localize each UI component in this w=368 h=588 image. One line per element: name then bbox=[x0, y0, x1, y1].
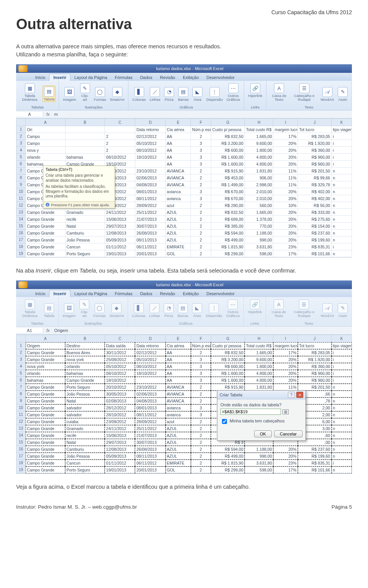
table-row[interactable]: 6bahamasCampo Grande18/10/2012AA3R$ 1.60… bbox=[16, 377, 352, 384]
ribbon-tabs: Início Inserir Layout da Página Fórmulas… bbox=[16, 73, 352, 81]
tab-exibicao[interactable]: Exibição bbox=[179, 290, 203, 297]
ribbon-caption: Texto bbox=[305, 104, 314, 109]
table-row[interactable]: 2Campo GrandeBuenos Aires30/11/201202/12… bbox=[16, 349, 352, 356]
scatter-chart-button[interactable]: ⋮Dispersão bbox=[205, 86, 223, 102]
ribbon-caption: Links bbox=[251, 104, 260, 109]
course-header: Curso Capacitação da Ufms 2012 bbox=[16, 9, 352, 15]
tab-revisao[interactable]: Revisão bbox=[156, 74, 179, 81]
table-row[interactable]: 19Campo GrandePorto Seguro19/01/201320/0… bbox=[16, 250, 352, 257]
dialog-question: Onde estão os dados da tabela? bbox=[220, 402, 302, 407]
clipart-button[interactable]: ✎Clip-art bbox=[79, 82, 91, 102]
table-row[interactable]: 7Campo GrandePorto Seguro20/10/201223/10… bbox=[16, 384, 352, 391]
tab-desenvolvedor[interactable]: Desenvolvedor bbox=[203, 74, 238, 81]
ribbon-caption: Tabelas bbox=[31, 104, 44, 109]
ribbon-group-ilustracoes: 🖼Imagem ✎Clip-art ◯Formas ◆SmartArt Ilus… bbox=[59, 81, 128, 110]
help-icon[interactable]: ? bbox=[288, 392, 295, 398]
other-charts-button: ⋯Outros Gráficos bbox=[225, 299, 240, 318]
footer-page: Página 5 bbox=[332, 504, 352, 510]
ribbon-group-texto: ACaixa de Texto ☰Cabeçalho e Rodapé 𝒜Wor… bbox=[266, 81, 352, 110]
wordart-button: 𝒜WordArt bbox=[320, 302, 335, 319]
formula-value[interactable]: Origem bbox=[53, 328, 68, 333]
table-row[interactable]: 16Campo GrandeCamburiu12/08/201326/08/20… bbox=[16, 230, 352, 237]
wordart-button[interactable]: 𝒜WordArt bbox=[320, 86, 335, 102]
pivot-table-button[interactable]: ▦Tabela Dinâmica bbox=[19, 82, 40, 102]
pie-chart-button[interactable]: ◔Pizza bbox=[163, 86, 175, 102]
pie-chart-button: ◔Pizza bbox=[163, 302, 174, 319]
table-row[interactable]: 3Campo Grandenova york25/09/201205/10/20… bbox=[16, 356, 352, 363]
columns-chart-button[interactable]: ▋Colunas bbox=[131, 86, 146, 102]
table-row[interactable]: 4nova y208/10/2012AA3R$ 600,001.800,0020… bbox=[16, 147, 352, 154]
table-row[interactable]: 17Campo GrandeJoão Pessoa05/09/201308/11… bbox=[16, 237, 352, 243]
cancel-button[interactable]: Cancelar bbox=[274, 430, 302, 437]
headers-checkbox-label[interactable]: Minha tabela tem cabeçalhos bbox=[220, 418, 302, 425]
table-tooltip: Tabela (Ctrl+T) Criar uma tabela para ge… bbox=[43, 166, 115, 209]
table-row[interactable]: 4nova yorkorlando05/10/201208/10/2012AA3… bbox=[16, 363, 352, 370]
tab-layout[interactable]: Layout da Página bbox=[71, 74, 111, 81]
bar-chart-button[interactable]: ▤Barras bbox=[177, 86, 189, 102]
close-icon[interactable]: ✕ bbox=[296, 392, 303, 398]
range-input[interactable] bbox=[220, 409, 281, 415]
office-button-icon[interactable] bbox=[18, 281, 28, 288]
ok-button[interactable]: OK bbox=[254, 430, 272, 437]
sign-button[interactable]: ✎Assin bbox=[337, 86, 348, 102]
table-button[interactable]: ▤Tabela bbox=[43, 85, 56, 102]
pivot-table-button: ▦Tabela Dinâmica bbox=[19, 299, 41, 318]
table-row[interactable]: 19Campo GrandePorto Seguro19/01/201320/0… bbox=[16, 466, 352, 473]
image-button: 🖼Imagem bbox=[62, 302, 76, 319]
table-row[interactable]: 5orlandobahamas08/10/201218/10/2012AA3R$… bbox=[16, 370, 352, 377]
headers-checkbox[interactable] bbox=[222, 419, 227, 424]
name-box[interactable]: A bbox=[16, 112, 43, 117]
table-button: ▤Tabela bbox=[43, 302, 55, 319]
table-row[interactable]: 18Campo GrandeCancun01/11/201206/11/2012… bbox=[16, 460, 352, 466]
window-title: turismo dados.xlsx - Microsoft Excel bbox=[30, 66, 350, 71]
tooltip-body: Criar uma tabela para gerenciar e analis… bbox=[46, 173, 112, 183]
tooltip-footer: iPressione F1 para obter mais ajuda. bbox=[43, 201, 115, 208]
titlebar: turismo dados.xlsx - Microsoft Excel bbox=[16, 64, 352, 73]
shapes-button[interactable]: ◯Formas bbox=[93, 86, 107, 102]
ribbon-group-tabelas: ▦Tabela Dinâmica ▤Tabela Tabelas bbox=[16, 81, 59, 110]
sheet-header-row[interactable]: 1 Origem Destino Data saída Data retorno… bbox=[16, 342, 352, 349]
smartart-button: ◆SmartArt bbox=[109, 302, 125, 319]
table-row[interactable]: 3Campo205/10/2012AA3R$ 3.200,009.600,002… bbox=[16, 140, 352, 147]
image-button[interactable]: 🖼Imagem bbox=[62, 86, 77, 102]
scatter-chart-button: ⋮Dispersão bbox=[205, 302, 223, 319]
page-title: Outra alternativa bbox=[16, 16, 352, 33]
textbox-button[interactable]: ACaixa de Texto bbox=[269, 82, 289, 102]
tooltip-body: As tabelas facilitam a classificação, fi… bbox=[46, 184, 112, 199]
area-chart-button[interactable]: ◣Área bbox=[192, 86, 203, 102]
name-box[interactable]: A1 bbox=[16, 328, 43, 333]
table-row[interactable]: 2Campo202/12/2012AA2R$ 832,501.665,0017%… bbox=[16, 133, 352, 140]
tab-dados[interactable]: Dados bbox=[136, 74, 156, 81]
table-row[interactable]: 14Campo Granderecife15/06/201321/07/2013… bbox=[16, 216, 352, 223]
table-row[interactable]: 13Campo GrandeGramado24/11/201225/11/201… bbox=[16, 209, 352, 216]
tab-revisao[interactable]: Revisão bbox=[156, 290, 179, 297]
office-button-icon[interactable] bbox=[18, 65, 28, 72]
tab-formulas[interactable]: Fórmulas bbox=[111, 74, 136, 81]
area-chart-button: ◣Área bbox=[191, 302, 203, 319]
tab-desenvolvedor[interactable]: Desenvolvedor bbox=[203, 290, 238, 297]
tab-inicio[interactable]: Início bbox=[31, 74, 49, 81]
table-row[interactable]: 15Campo GrandeNatal29/07/201330/07/2013A… bbox=[16, 223, 352, 230]
tab-inserir[interactable]: Inserir bbox=[49, 290, 71, 297]
smartart-button[interactable]: ◆SmartArt bbox=[109, 86, 125, 102]
hyperlink-button[interactable]: 🔗Hiperlink bbox=[247, 82, 263, 99]
dialog-title: Criar Tabela bbox=[220, 393, 242, 397]
tab-layout[interactable]: Layout da Página bbox=[71, 290, 111, 297]
sheet-header-row[interactable]: 1 Ori Data retornoCia aérea Núm.p essoas… bbox=[16, 126, 352, 133]
table-row[interactable]: 16Campo GrandeCamburiu12/08/201326/08/20… bbox=[16, 446, 352, 453]
tab-formulas[interactable]: Fórmulas bbox=[111, 290, 136, 297]
tab-dados[interactable]: Dados bbox=[136, 290, 156, 297]
table-row[interactable]: 18Campo GrandeCancun01/11/201206/11/2012… bbox=[16, 243, 352, 250]
other-charts-button[interactable]: ⋯Outros Gráficos bbox=[226, 82, 241, 102]
fx-icon: fx bbox=[43, 328, 53, 333]
range-selector-icon[interactable]: ⊞ bbox=[283, 409, 289, 414]
table-row[interactable]: 17Campo GrandeJoão Pessoa05/09/201308/11… bbox=[16, 453, 352, 460]
lines-chart-button[interactable]: ／Linhas bbox=[149, 86, 161, 102]
tab-exibicao[interactable]: Exibição bbox=[179, 74, 203, 81]
ribbon-caption: Ilustrações bbox=[85, 104, 102, 109]
tab-inicio[interactable]: Início bbox=[31, 290, 49, 297]
headerfooter-button[interactable]: ☰Cabeçalho e Rodapé bbox=[291, 82, 317, 102]
formula-value[interactable]: m bbox=[53, 112, 58, 117]
tab-inserir[interactable]: Inserir bbox=[49, 74, 71, 81]
table-row[interactable]: 5orlandobahamas08/10/201218/10/2012AA3R$… bbox=[16, 154, 352, 161]
